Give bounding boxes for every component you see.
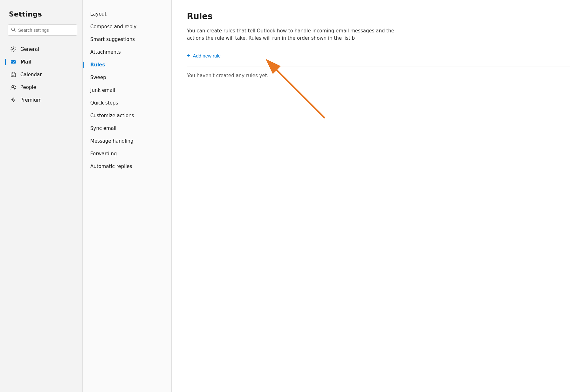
sidebar-item-people[interactable]: People bbox=[8, 81, 77, 93]
people-icon bbox=[10, 84, 17, 91]
mid-item-layout[interactable]: Layout bbox=[83, 8, 171, 20]
mid-item-sync-email[interactable]: Sync email bbox=[83, 122, 171, 135]
sidebar-item-mail[interactable]: Mail bbox=[8, 56, 77, 68]
sidebar-item-calendar[interactable]: Calendar bbox=[8, 69, 77, 81]
search-box[interactable] bbox=[8, 24, 77, 36]
mid-item-quick-steps[interactable]: Quick steps bbox=[83, 97, 171, 109]
svg-rect-10 bbox=[12, 76, 13, 77]
diamond-icon bbox=[10, 97, 17, 103]
main-content: Rules You can create rules that tell Out… bbox=[172, 0, 585, 392]
sidebar-nav: General Mail bbox=[8, 43, 77, 106]
mid-item-message-handling[interactable]: Message handling bbox=[83, 135, 171, 147]
search-input[interactable] bbox=[18, 28, 74, 33]
mail-icon bbox=[10, 59, 17, 65]
sidebar-item-premium[interactable]: Premium bbox=[8, 94, 77, 106]
mid-item-automatic-replies[interactable]: Automatic replies bbox=[83, 160, 171, 173]
plus-icon: + bbox=[187, 52, 190, 59]
svg-point-11 bbox=[12, 85, 14, 87]
svg-line-1 bbox=[14, 30, 16, 32]
page-title: Rules bbox=[187, 11, 570, 21]
sidebar-item-premium-label: Premium bbox=[20, 97, 42, 103]
svg-rect-9 bbox=[13, 75, 14, 76]
mid-item-sweep[interactable]: Sweep bbox=[83, 71, 171, 84]
svg-rect-3 bbox=[11, 60, 16, 64]
description-text: You can create rules that tell Outlook h… bbox=[187, 27, 410, 42]
mid-item-customize-actions[interactable]: Customize actions bbox=[83, 109, 171, 122]
mid-item-compose-reply[interactable]: Compose and reply bbox=[83, 20, 171, 33]
sidebar-item-calendar-label: Calendar bbox=[20, 72, 42, 78]
search-icon bbox=[11, 27, 16, 33]
calendar-icon bbox=[10, 71, 17, 78]
sidebar-item-mail-label: Mail bbox=[20, 59, 31, 65]
mid-item-smart-suggestions[interactable]: Smart suggestions bbox=[83, 33, 171, 46]
empty-state-text: You haven't created any rules yet. bbox=[187, 73, 570, 78]
sidebar-item-people-label: People bbox=[20, 84, 36, 90]
add-rule-label: Add new rule bbox=[193, 53, 221, 58]
svg-rect-8 bbox=[12, 75, 13, 76]
sidebar-item-general-label: General bbox=[20, 46, 39, 52]
sidebar: Settings General bbox=[0, 0, 83, 392]
mid-item-attachments[interactable]: Attachments bbox=[83, 46, 171, 58]
gear-icon bbox=[10, 46, 17, 52]
svg-point-2 bbox=[13, 49, 14, 50]
settings-title: Settings bbox=[8, 10, 77, 18]
divider bbox=[187, 66, 570, 66]
mid-item-rules[interactable]: Rules bbox=[83, 58, 171, 71]
add-new-rule-button[interactable]: + Add new rule bbox=[187, 51, 221, 61]
mid-column: Layout Compose and reply Smart suggestio… bbox=[83, 0, 172, 392]
arrow-annotation bbox=[261, 57, 343, 128]
svg-point-12 bbox=[14, 86, 15, 87]
sidebar-item-general[interactable]: General bbox=[8, 43, 77, 55]
mid-item-forwarding[interactable]: Forwarding bbox=[83, 147, 171, 160]
mid-item-junk-email[interactable]: Junk email bbox=[83, 84, 171, 97]
